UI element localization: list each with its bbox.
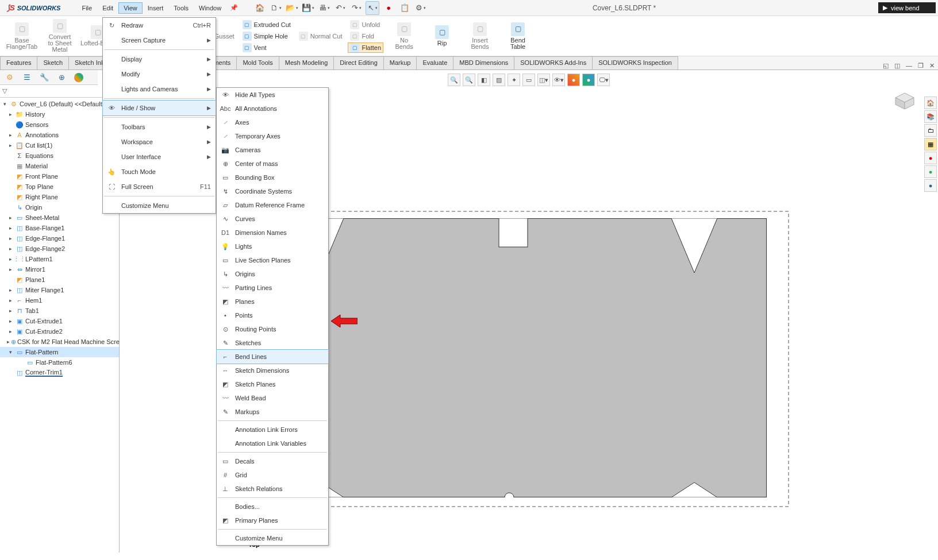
expand-icon[interactable]: ▸ [7, 318, 14, 324]
menu-view[interactable]: View [118, 2, 143, 14]
tree-node[interactable]: ▦Material [0, 161, 119, 171]
tab-solidworks-add-ins[interactable]: SOLIDWORKS Add-Ins [514, 56, 593, 69]
menu-item-hide-show[interactable]: 👁Hide / Show▶ [102, 100, 216, 116]
menu-item-full-screen[interactable]: ⛶Full ScreenF11 [103, 179, 216, 194]
tree-node[interactable]: ▸◫Edge-Flange1 [0, 233, 119, 244]
expand-icon[interactable]: ▸ [7, 235, 14, 241]
section-view-icon[interactable]: ▨ [493, 74, 505, 86]
menu-item-datum-reference-frame[interactable]: ▱Datum Reference Frame [217, 198, 328, 212]
menu-item-annotation-link-errors[interactable]: Annotation Link Errors [217, 423, 328, 437]
menu-item-modify[interactable]: Modify▶ [103, 67, 216, 82]
tree-node[interactable]: ▸◫Base-Flange1 [0, 223, 119, 233]
menu-item-hide-all-types[interactable]: 👁Hide All Types [217, 88, 328, 102]
scene-icon[interactable]: ● [582, 74, 595, 86]
menu-item-axes[interactable]: ⟋Axes [217, 115, 328, 129]
menu-window[interactable]: Window [194, 2, 226, 14]
dynamic-icon[interactable]: ✦ [508, 74, 520, 86]
menu-item-customize-menu[interactable]: Customize Menu [103, 198, 216, 213]
tree-node[interactable]: ▸📁History [0, 109, 119, 119]
tree-node[interactable]: ▸▣Cut-Extrude2 [0, 326, 119, 337]
ribbon-vent[interactable]: ▢Vent [240, 43, 293, 53]
tree-node[interactable]: ◩Right Plane [0, 192, 119, 202]
menu-item-weld-bead[interactable]: 〰Weld Bead [217, 391, 328, 405]
orientation-icon[interactable]: ◫▾ [537, 74, 550, 86]
menu-item-all-annotations[interactable]: AbcAll Annotations [217, 102, 328, 115]
mdi-close-icon[interactable]: ✕ [929, 62, 935, 69]
home-button[interactable]: 🏠 [253, 1, 267, 15]
tab-markup[interactable]: Markup [383, 56, 417, 69]
tree-node[interactable]: ◩Front Plane [0, 171, 119, 181]
expand-icon[interactable]: ▸ [7, 142, 14, 148]
menu-item-sketch-relations[interactable]: ⊥Sketch Relations [217, 482, 328, 496]
tab-sketch[interactable]: Sketch [37, 56, 69, 69]
display-style-icon[interactable]: ▭ [522, 74, 535, 86]
menu-item-curves[interactable]: ∿Curves [217, 212, 328, 226]
dim-tab-icon[interactable]: ⊕ [54, 71, 69, 84]
tree-node[interactable]: ▸AAnnotations [0, 130, 119, 140]
ribbon-bend[interactable]: ▢BendTable [501, 17, 535, 55]
menu-file[interactable]: File [76, 2, 97, 14]
expand-icon[interactable]: ▸ [7, 267, 14, 272]
prev-view-icon[interactable]: ◧ [478, 74, 490, 86]
expand-icon[interactable]: ▸ [7, 215, 14, 221]
tree-node[interactable]: ΣEquations [0, 150, 119, 161]
menu-item-sketch-planes[interactable]: ◩Sketch Planes [217, 377, 328, 391]
tree-node[interactable]: ▸⊓Tab1 [0, 306, 119, 316]
tree-node[interactable]: ◩Plane1 [0, 275, 119, 285]
expand-icon[interactable]: ▾ [7, 349, 14, 355]
tab-features[interactable]: Features [0, 56, 37, 69]
tree-node[interactable]: ◩Top Plane [0, 181, 119, 192]
expand-icon[interactable]: ▸ [7, 246, 14, 252]
explorer-pane-icon[interactable]: ▦ [924, 138, 937, 150]
menu-item-lights-and-cameras[interactable]: Lights and Cameras▶ [103, 82, 216, 96]
menu-item-routing-points[interactable]: ⊙Routing Points [217, 322, 328, 336]
expand-icon[interactable]: ▸ [7, 287, 14, 293]
menu-item-workspace[interactable]: Workspace▶ [103, 134, 216, 149]
tree-node[interactable]: ▾▭Flat-Pattern [0, 347, 119, 357]
options-button[interactable]: 📋 [398, 1, 412, 15]
menu-item-bodies-[interactable]: Bodies... [217, 500, 328, 513]
expand-icon[interactable]: ▸ [7, 329, 14, 334]
menu-item-points[interactable]: •Points [217, 308, 328, 322]
menu-item-bounding-box[interactable]: ▭Bounding Box [217, 171, 328, 184]
undo-button[interactable]: ↶ [333, 1, 347, 15]
settings-button[interactable]: ⚙ [414, 1, 428, 15]
tree-node[interactable]: ▸▣Cut-Extrude1 [0, 316, 119, 326]
menu-item-origins[interactable]: ↳Origins [217, 267, 328, 281]
tree-node[interactable]: ▸◫Edge-Flange2 [0, 244, 119, 254]
tab-mold-tools[interactable]: Mold Tools [236, 56, 279, 69]
search-box[interactable]: ▶ view bend [878, 2, 936, 13]
save-button[interactable]: 💾 [301, 1, 315, 15]
mdi-minimize-icon[interactable]: — [906, 62, 912, 69]
menu-item-coordinate-systems[interactable]: ↯Coordinate Systems [217, 184, 328, 198]
design-lib-pane-icon[interactable]: 🗀 [924, 124, 937, 137]
menu-item-sketches[interactable]: ✎Sketches [217, 336, 328, 350]
menu-tools[interactable]: Tools [168, 2, 194, 14]
menu-item-decals[interactable]: ▭Decals [217, 454, 328, 468]
tree-node[interactable]: ▸⋮⋮LPattern1 [0, 254, 119, 264]
property-tab-icon[interactable]: ☰ [20, 71, 34, 84]
home-pane-icon[interactable]: 🏠 [924, 96, 937, 109]
appearance-pane-icon[interactable]: ● [924, 165, 937, 178]
menu-item-annotation-link-variables[interactable]: Annotation Link Variables [217, 437, 328, 450]
expand-icon[interactable]: ▸ [7, 111, 14, 117]
tree-node[interactable]: ▸⊕CSK for M2 Flat Head Machine Screw1 [0, 337, 119, 347]
new-button[interactable]: 🗋 [269, 1, 283, 15]
menu-edit[interactable]: Edit [97, 2, 118, 14]
tree-node[interactable]: 🔵Sensors [0, 119, 119, 130]
tab-mesh-modeling[interactable]: Mesh Modeling [279, 56, 335, 69]
hide-show-icon[interactable]: 👁▾ [552, 74, 565, 86]
tree-node[interactable]: ↳Origin [0, 202, 119, 213]
expand-icon[interactable]: ▸ [7, 298, 14, 303]
menu-item-display[interactable]: Display▶ [103, 52, 216, 67]
appearance-tab-icon[interactable] [74, 73, 83, 82]
tree-node[interactable]: ▸📋Cut list(1) [0, 140, 119, 150]
menu-item-touch-mode[interactable]: 👆Touch Mode [103, 164, 216, 179]
ribbon-extruded-cut[interactable]: ▢Extruded Cut [240, 20, 293, 30]
viewport-split-icon[interactable]: ◫ [894, 62, 900, 69]
menu-item-customize-menu[interactable]: Customize Menu [217, 531, 328, 545]
menu-item-sketch-dimensions[interactable]: ↔Sketch Dimensions [217, 364, 328, 377]
menu-item-primary-planes[interactable]: ◩Primary Planes [217, 513, 328, 527]
view-cube-icon[interactable] [892, 91, 917, 111]
tree-node[interactable]: ▸⇔Mirror1 [0, 264, 119, 275]
